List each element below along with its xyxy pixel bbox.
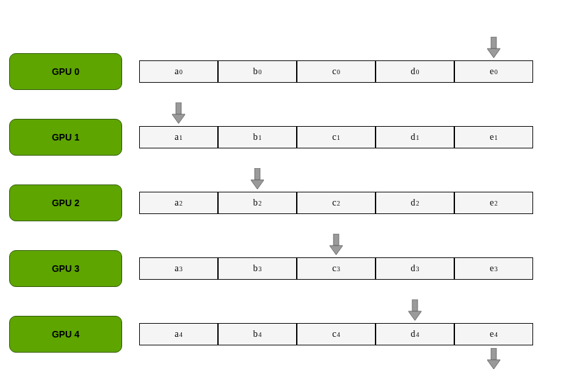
cell-letter: d <box>411 263 416 274</box>
cell-letter: b <box>253 329 258 339</box>
cell-letter: a <box>175 66 179 77</box>
cell-subscript: 0 <box>337 68 340 76</box>
cell-subscript: 1 <box>494 134 498 141</box>
cell-a-0: a0 <box>139 60 218 83</box>
cell-subscript: 4 <box>494 331 498 338</box>
cell-subscript: 3 <box>179 265 183 272</box>
gpu-box-4: GPU 4 <box>9 316 122 353</box>
cell-letter: d <box>411 132 416 142</box>
cell-c-2: c2 <box>297 192 376 214</box>
cell-c-0: c0 <box>297 60 376 83</box>
cell-letter: e <box>490 198 494 208</box>
cell-letter: a <box>175 132 179 142</box>
cell-letter: a <box>175 263 179 274</box>
cell-subscript: 3 <box>416 265 420 272</box>
cell-subscript: 3 <box>337 265 340 272</box>
cell-subscript: 0 <box>494 68 498 76</box>
cell-subscript: 1 <box>337 134 340 141</box>
cell-c-3: c3 <box>297 257 376 280</box>
gpu-box-1: GPU 1 <box>9 119 122 156</box>
cell-letter: e <box>490 66 494 77</box>
cell-d-2: d2 <box>376 192 454 214</box>
gpu-box-0: GPU 0 <box>9 53 122 90</box>
svg-rect-0 <box>491 37 496 49</box>
arrow-5 <box>487 348 500 369</box>
svg-marker-11 <box>487 360 500 369</box>
svg-rect-6 <box>334 234 339 246</box>
svg-marker-7 <box>330 246 343 255</box>
cell-b-3: b3 <box>218 257 297 280</box>
cell-letter: c <box>332 66 336 77</box>
cell-subscript: 2 <box>494 200 498 207</box>
cell-subscript: 4 <box>179 331 183 338</box>
svg-rect-2 <box>176 102 181 114</box>
cell-subscript: 4 <box>337 331 340 338</box>
cell-a-2: a2 <box>139 192 218 214</box>
svg-marker-1 <box>487 49 500 58</box>
cell-e-3: e3 <box>454 257 533 280</box>
arrow-4 <box>408 299 422 320</box>
cell-subscript: 1 <box>416 134 420 141</box>
cell-a-4: a4 <box>139 323 218 345</box>
cell-e-4: e4 <box>454 323 533 345</box>
gpu-box-3: GPU 3 <box>9 250 122 287</box>
svg-rect-10 <box>491 348 496 360</box>
cell-subscript: 0 <box>179 68 183 76</box>
cell-letter: a <box>175 198 179 208</box>
cell-subscript: 1 <box>179 134 183 141</box>
cell-c-4: c4 <box>297 323 376 345</box>
cell-d-0: d0 <box>376 60 454 83</box>
cell-letter: e <box>490 329 494 339</box>
cell-subscript: 1 <box>259 134 262 141</box>
cell-letter: b <box>253 263 258 274</box>
svg-marker-9 <box>408 311 422 320</box>
cell-letter: d <box>411 198 416 208</box>
cell-d-3: d3 <box>376 257 454 280</box>
cell-c-1: c1 <box>297 126 376 148</box>
cell-letter: b <box>253 66 258 77</box>
cell-b-4: b4 <box>218 323 297 345</box>
cell-a-3: a3 <box>139 257 218 280</box>
cell-letter: d <box>411 329 416 339</box>
cell-subscript: 2 <box>416 200 420 207</box>
cell-letter: c <box>332 263 336 274</box>
arrow-0 <box>487 37 500 58</box>
cell-e-1: e1 <box>454 126 533 148</box>
gpu-box-2: GPU 2 <box>9 185 122 221</box>
cell-d-4: d4 <box>376 323 454 345</box>
cell-subscript: 2 <box>179 200 183 207</box>
svg-rect-4 <box>255 168 260 180</box>
cell-subscript: 2 <box>337 200 340 207</box>
cell-b-2: b2 <box>218 192 297 214</box>
cell-e-0: e0 <box>454 60 533 83</box>
cell-letter: d <box>411 66 416 77</box>
ring-diagram: GPU 0GPU 1GPU 2GPU 3GPU 4a0b0c0d0e0a1b1c… <box>0 0 562 392</box>
arrow-1 <box>172 102 185 123</box>
cell-letter: e <box>490 132 494 142</box>
cell-letter: c <box>332 132 336 142</box>
cell-subscript: 3 <box>259 265 262 272</box>
cell-letter: b <box>253 132 258 142</box>
cell-b-0: b0 <box>218 60 297 83</box>
cell-subscript: 4 <box>416 331 420 338</box>
cell-letter: c <box>332 329 336 339</box>
arrow-3 <box>330 234 343 255</box>
cell-letter: e <box>490 263 494 274</box>
svg-rect-8 <box>412 299 418 311</box>
cell-a-1: a1 <box>139 126 218 148</box>
cell-subscript: 2 <box>259 200 262 207</box>
cell-b-1: b1 <box>218 126 297 148</box>
cell-letter: c <box>332 198 336 208</box>
cell-subscript: 3 <box>494 265 498 272</box>
cell-e-2: e2 <box>454 192 533 214</box>
svg-marker-3 <box>172 114 185 123</box>
cell-subscript: 4 <box>259 331 262 338</box>
cell-d-1: d1 <box>376 126 454 148</box>
arrow-2 <box>251 168 264 189</box>
cell-subscript: 0 <box>416 68 420 76</box>
cell-letter: b <box>253 198 258 208</box>
svg-marker-5 <box>251 180 264 189</box>
cell-letter: a <box>175 329 179 339</box>
cell-subscript: 0 <box>259 68 262 76</box>
